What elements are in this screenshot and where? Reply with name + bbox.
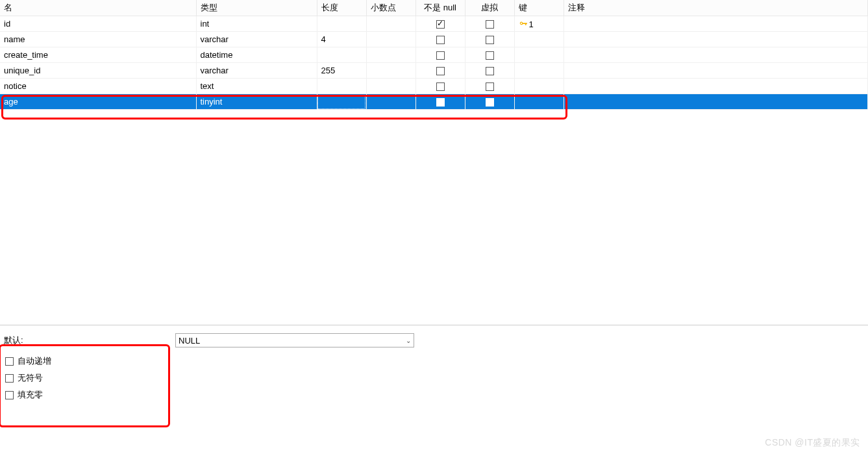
header-key[interactable]: 键	[514, 0, 564, 16]
cell-decimal[interactable]	[366, 32, 415, 47]
table-row[interactable]: noticetext	[0, 79, 868, 94]
cell-decimal[interactable]	[366, 16, 415, 32]
auto-increment-checkbox[interactable]	[5, 357, 14, 366]
cell-decimal[interactable]	[366, 63, 415, 79]
header-length[interactable]: 长度	[317, 0, 366, 16]
virtual-checkbox[interactable]	[486, 98, 494, 107]
cell-name[interactable]: age	[0, 94, 196, 110]
cell-name[interactable]: unique_id	[0, 63, 196, 79]
header-decimal[interactable]: 小数点	[366, 0, 415, 16]
field-table: 名 类型 长度 小数点 不是 null 虚拟 键 注释 idint1nameva…	[0, 0, 868, 110]
cell-notnull[interactable]	[415, 94, 465, 110]
cell-virtual[interactable]	[465, 94, 514, 110]
cell-type[interactable]: varchar	[196, 63, 317, 79]
cell-key[interactable]	[514, 63, 564, 79]
table-row[interactable]: unique_idvarchar255	[0, 63, 868, 79]
virtual-checkbox[interactable]	[486, 67, 494, 75]
cell-name[interactable]: notice	[0, 79, 196, 94]
cell-virtual[interactable]	[465, 16, 514, 32]
virtual-checkbox[interactable]	[486, 36, 494, 44]
cell-length[interactable]	[317, 79, 366, 94]
notnull-checkbox[interactable]	[436, 82, 445, 91]
key-number: 1	[529, 19, 534, 29]
cell-comment[interactable]	[564, 79, 868, 94]
cell-key[interactable]	[514, 47, 564, 63]
cell-key[interactable]	[514, 32, 564, 47]
unsigned-label: 无符号	[18, 372, 43, 384]
header-comment[interactable]: 注释	[564, 0, 868, 16]
cell-comment[interactable]	[564, 94, 868, 110]
cell-notnull[interactable]	[415, 32, 465, 47]
cell-virtual[interactable]	[465, 63, 514, 79]
cell-notnull[interactable]	[415, 47, 465, 63]
cell-name[interactable]: id	[0, 16, 196, 32]
table-row[interactable]: agetinyint	[0, 94, 868, 110]
cell-type[interactable]: varchar	[196, 32, 317, 47]
unsigned-checkbox[interactable]	[5, 374, 14, 383]
cell-type[interactable]: int	[196, 16, 317, 32]
field-properties-panel: 默认: NULL ⌄ 自动递增 无符号 填充零	[0, 325, 868, 406]
chevron-down-icon: ⌄	[406, 337, 411, 344]
virtual-checkbox[interactable]	[486, 20, 494, 29]
table-row[interactable]: create_timedatetime	[0, 47, 868, 63]
cell-virtual[interactable]	[465, 32, 514, 47]
cell-comment[interactable]	[564, 63, 868, 79]
cell-name[interactable]: create_time	[0, 47, 196, 63]
cell-comment[interactable]	[564, 47, 868, 63]
cell-decimal[interactable]	[366, 47, 415, 63]
cell-comment[interactable]	[564, 32, 868, 47]
header-notnull[interactable]: 不是 null	[415, 0, 465, 16]
default-value-text: NULL	[179, 336, 200, 346]
cell-virtual[interactable]	[465, 47, 514, 63]
zerofill-label: 填充零	[18, 389, 43, 401]
cell-length[interactable]	[317, 94, 366, 110]
cell-length[interactable]	[317, 16, 366, 32]
cell-type[interactable]: datetime	[196, 47, 317, 63]
cell-type[interactable]: tinyint	[196, 94, 317, 110]
notnull-checkbox[interactable]	[436, 67, 445, 75]
cell-notnull[interactable]	[415, 79, 465, 94]
cell-decimal[interactable]	[366, 79, 415, 94]
header-name[interactable]: 名	[0, 0, 196, 16]
virtual-checkbox[interactable]	[486, 51, 494, 60]
notnull-checkbox[interactable]	[436, 20, 445, 29]
auto-increment-label: 自动递增	[18, 355, 51, 367]
default-value-select[interactable]: NULL ⌄	[175, 333, 414, 347]
notnull-checkbox[interactable]	[436, 51, 445, 60]
notnull-checkbox[interactable]	[436, 98, 445, 107]
header-virtual[interactable]: 虚拟	[465, 0, 514, 16]
default-label: 默认:	[4, 334, 175, 346]
key-icon	[519, 19, 528, 29]
header-type[interactable]: 类型	[196, 0, 317, 16]
cell-length[interactable]: 255	[317, 63, 366, 79]
table-row[interactable]: namevarchar4	[0, 32, 868, 47]
cell-virtual[interactable]	[465, 79, 514, 94]
notnull-checkbox[interactable]	[436, 36, 445, 44]
cell-decimal[interactable]	[366, 94, 415, 110]
cell-length[interactable]: 4	[317, 32, 366, 47]
cell-length[interactable]	[317, 47, 366, 63]
zerofill-checkbox[interactable]	[5, 391, 14, 399]
cell-key[interactable]	[514, 79, 564, 94]
cell-name[interactable]: name	[0, 32, 196, 47]
cell-comment[interactable]	[564, 16, 868, 32]
cell-key[interactable]	[514, 94, 564, 110]
virtual-checkbox[interactable]	[486, 82, 494, 91]
cell-key[interactable]: 1	[514, 16, 564, 32]
cell-notnull[interactable]	[415, 63, 465, 79]
cell-type[interactable]: text	[196, 79, 317, 94]
cell-notnull[interactable]	[415, 16, 465, 32]
watermark-text: CSDN @IT盛夏的果实	[765, 437, 860, 449]
table-row[interactable]: idint1	[0, 16, 868, 32]
